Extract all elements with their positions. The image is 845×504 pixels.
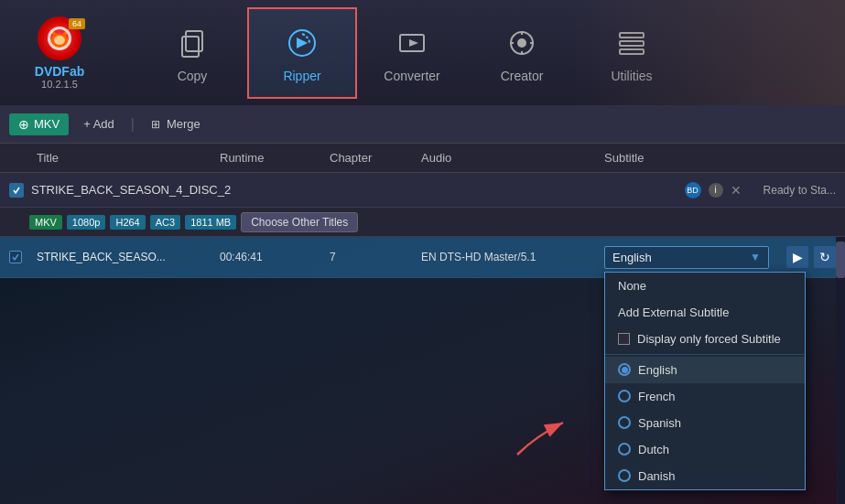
copy-label: Copy [178, 69, 208, 83]
forced-only-checkbox[interactable] [618, 333, 630, 345]
subtitle-dropdown-trigger[interactable]: English ▼ [604, 246, 769, 269]
header: 64 DVDFab 10.2.1.5 [0, 0, 845, 105]
add-button[interactable]: + Add [76, 113, 122, 134]
svg-point-3 [54, 36, 65, 45]
danish-radio[interactable] [618, 469, 631, 482]
ripper-label: Ripper [283, 69, 320, 83]
none-label: None [618, 279, 646, 293]
row-audio: EN DTS-HD Master/5.1 [421, 251, 604, 263]
file-info-top: STRIKE_BACK_SEASON_4_DISC_2 BD i ✕ Ready… [0, 173, 845, 208]
row-chapter: 7 [330, 251, 421, 263]
tag-ac3: AC3 [150, 215, 180, 230]
sync-button[interactable]: ↻ [814, 246, 836, 268]
french-label: French [638, 390, 675, 403]
converter-icon [392, 22, 433, 63]
tag-h264: H264 [110, 215, 145, 230]
row-check[interactable] [9, 251, 37, 263]
logo-area: 64 DVDFab 10.2.1.5 [9, 16, 110, 90]
col-chapter-header: Chapter [330, 151, 421, 165]
mkv-label: MKV [34, 117, 60, 131]
dropdown-item-english[interactable]: English [605, 357, 805, 383]
danish-label: Danish [638, 469, 675, 483]
file-name: STRIKE_BACK_SEASON_4_DISC_2 [31, 183, 681, 197]
dropdown-item-forced-only[interactable]: Display only forced Subtitle [605, 326, 805, 352]
choose-other-titles-button[interactable]: Choose Other Titles [241, 212, 358, 232]
svg-marker-8 [409, 39, 418, 47]
subtitle-selected-value: English [612, 251, 652, 264]
dutch-label: Dutch [638, 443, 669, 456]
mkv-button[interactable]: ⊕ MKV [9, 113, 69, 135]
nav-item-ripper[interactable]: Ripper [247, 7, 357, 99]
subtitle-dropdown-menu: None Add External Subtitle Display only … [604, 272, 806, 490]
merge-label: Merge [167, 117, 200, 131]
dropdown-item-none[interactable]: None [605, 273, 805, 299]
row-actions: ▶ ↻ [786, 246, 836, 268]
dropdown-item-danish[interactable]: Danish [605, 463, 805, 489]
dutch-radio[interactable] [618, 443, 631, 456]
file-tags-row: MKV 1080p H264 AC3 1811 MB Choose Other … [0, 208, 845, 237]
svg-rect-4 [182, 37, 199, 57]
spanish-radio[interactable] [618, 416, 631, 429]
creator-label: Creator [501, 69, 544, 83]
tag-size: 1811 MB [185, 215, 236, 230]
svg-marker-1 [49, 28, 57, 36]
edition-badge: 64 [69, 18, 85, 29]
scrollbar-thumb[interactable] [836, 241, 845, 278]
vertical-scrollbar[interactable] [836, 237, 845, 504]
dropdown-item-add-external[interactable]: Add External Subtitle [605, 299, 805, 326]
row-runtime: 00:46:41 [220, 251, 330, 263]
dropdown-item-dutch[interactable]: Dutch [605, 436, 805, 463]
app-name: DVDFab 10.2.1.5 [35, 64, 84, 90]
dropdown-arrow-icon: ▼ [750, 251, 761, 263]
creator-icon [502, 22, 543, 63]
converter-label: Converter [384, 69, 439, 83]
bd-icon: BD [685, 182, 701, 198]
content-area: STRIKE_BACK_SEASO... 00:46:41 7 EN DTS-H… [0, 237, 845, 504]
english-label: English [638, 363, 677, 377]
dvdfab-logo: 64 [38, 16, 81, 60]
file-status: Ready to Sta... [764, 184, 836, 197]
table-header: Title Runtime Chapter Audio Subtitle [0, 144, 845, 173]
header-bg [570, 0, 845, 105]
nav-item-creator[interactable]: Creator [467, 7, 577, 99]
toolbar: ⊕ MKV + Add | ⊞ Merge [0, 105, 845, 144]
nav-item-copy[interactable]: Copy [137, 7, 247, 99]
merge-button[interactable]: ⊞ Merge [144, 113, 208, 134]
nav-item-converter[interactable]: Converter [357, 7, 467, 99]
svg-point-0 [50, 34, 69, 48]
col-subtitle-header: Subtitle [604, 151, 836, 165]
data-row: STRIKE_BACK_SEASO... 00:46:41 7 EN DTS-H… [0, 237, 845, 278]
forced-only-label: Display only forced Subtitle [637, 332, 781, 346]
spanish-label: Spanish [638, 416, 681, 430]
arrow-annotation [508, 409, 581, 467]
svg-marker-2 [62, 28, 70, 36]
col-audio-header: Audio [421, 151, 604, 165]
dropdown-item-french[interactable]: French [605, 383, 805, 410]
row-subtitle: English ▼ None Add External Subtitle [604, 246, 779, 269]
file-check[interactable] [9, 183, 24, 198]
col-runtime-header: Runtime [220, 151, 330, 165]
copy-icon [172, 22, 213, 63]
info-icon[interactable]: i [709, 183, 723, 198]
french-radio[interactable] [618, 390, 631, 402]
add-external-label: Add External Subtitle [618, 306, 729, 319]
close-file-button[interactable]: ✕ [731, 183, 742, 198]
dropdown-item-spanish[interactable]: Spanish [605, 410, 805, 436]
play-button[interactable]: ▶ [786, 246, 808, 268]
svg-point-10 [517, 38, 526, 48]
tag-1080p: 1080p [67, 215, 106, 230]
add-label: + Add [83, 117, 114, 131]
tag-mkv: MKV [29, 215, 62, 230]
ripper-icon [282, 22, 323, 63]
svg-rect-5 [186, 31, 202, 51]
row-title: STRIKE_BACK_SEASO... [37, 251, 220, 263]
col-title-header: Title [37, 151, 220, 165]
english-radio[interactable] [618, 363, 631, 376]
